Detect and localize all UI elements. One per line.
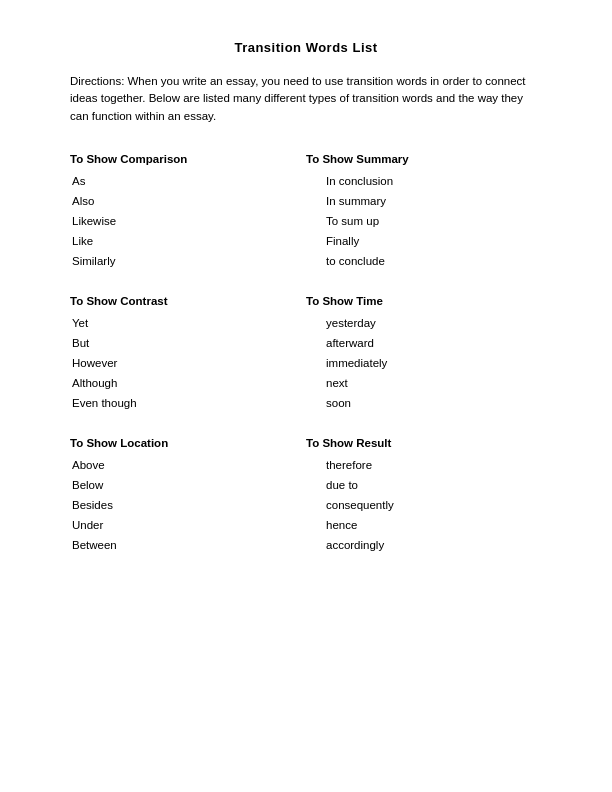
list-item: Besides	[70, 499, 306, 511]
right-section-0-header: To Show Summary	[306, 153, 542, 165]
list-item: Similarly	[70, 255, 306, 267]
left-section-1-header: To Show Contrast	[70, 295, 306, 307]
list-item: Likewise	[70, 215, 306, 227]
list-item: Like	[70, 235, 306, 247]
list-item: hence	[306, 519, 542, 531]
right-section-1-header: To Show Time	[306, 295, 542, 307]
list-item: Under	[70, 519, 306, 531]
list-item: next	[306, 377, 542, 389]
list-item: Finally	[306, 235, 542, 247]
list-item: Above	[70, 459, 306, 471]
list-item: Also	[70, 195, 306, 207]
list-item: Although	[70, 377, 306, 389]
left-section-0-header: To Show Comparison	[70, 153, 306, 165]
left-section-2-header: To Show Location	[70, 437, 306, 449]
left-column: To Show ComparisonAsAlsoLikewiseLikeSimi…	[70, 153, 306, 579]
list-item: Below	[70, 479, 306, 491]
list-item: In conclusion	[306, 175, 542, 187]
list-item: In summary	[306, 195, 542, 207]
right-section-2: To Show Resultthereforedue toconsequentl…	[306, 437, 542, 551]
list-item: But	[70, 337, 306, 349]
list-item: Even though	[70, 397, 306, 409]
left-section-2: To Show LocationAboveBelowBesidesUnderBe…	[70, 437, 306, 551]
list-item: To sum up	[306, 215, 542, 227]
list-item: Yet	[70, 317, 306, 329]
left-section-0: To Show ComparisonAsAlsoLikewiseLikeSimi…	[70, 153, 306, 267]
list-item: to conclude	[306, 255, 542, 267]
right-column: To Show SummaryIn conclusionIn summaryTo…	[306, 153, 542, 579]
directions-text: Directions: When you write an essay, you…	[70, 73, 542, 125]
list-item: As	[70, 175, 306, 187]
list-item: accordingly	[306, 539, 542, 551]
left-section-1: To Show ContrastYetButHoweverAlthoughEve…	[70, 295, 306, 409]
main-content: To Show ComparisonAsAlsoLikewiseLikeSimi…	[70, 153, 542, 579]
right-section-2-header: To Show Result	[306, 437, 542, 449]
list-item: afterward	[306, 337, 542, 349]
list-item: soon	[306, 397, 542, 409]
list-item: immediately	[306, 357, 542, 369]
right-section-1: To Show Timeyesterdayafterwardimmediatel…	[306, 295, 542, 409]
list-item: However	[70, 357, 306, 369]
list-item: consequently	[306, 499, 542, 511]
list-item: Between	[70, 539, 306, 551]
list-item: yesterday	[306, 317, 542, 329]
list-item: due to	[306, 479, 542, 491]
page-title: Transition Words List	[70, 40, 542, 55]
list-item: therefore	[306, 459, 542, 471]
right-section-0: To Show SummaryIn conclusionIn summaryTo…	[306, 153, 542, 267]
